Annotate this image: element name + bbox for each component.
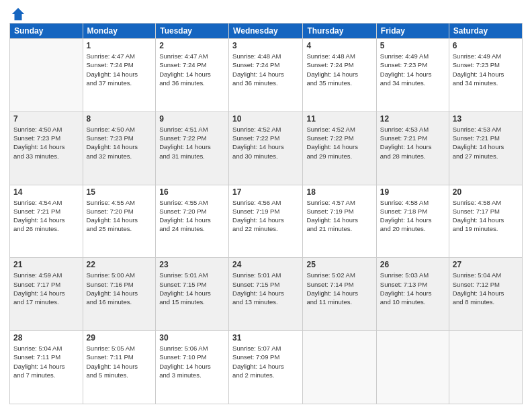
cell-info-text: Sunrise: 4:56 AM Sunset: 7:19 PM Dayligh… [232,198,299,234]
cell-info-text: Sunrise: 4:58 AM Sunset: 7:18 PM Dayligh… [380,198,445,234]
calendar-row-4: 28Sunrise: 5:04 AM Sunset: 7:11 PM Dayli… [10,331,523,404]
calendar-cell: 15Sunrise: 4:55 AM Sunset: 7:20 PM Dayli… [83,185,156,258]
cell-info-text: Sunrise: 5:07 AM Sunset: 7:09 PM Dayligh… [232,344,299,379]
calendar-cell: 30Sunrise: 5:06 AM Sunset: 7:10 PM Dayli… [156,331,229,404]
day-number: 2 [159,41,225,50]
calendar-cell: 20Sunrise: 4:58 AM Sunset: 7:17 PM Dayli… [449,185,522,258]
day-number: 20 [453,187,519,197]
calendar-cell: 4Sunrise: 4:48 AM Sunset: 7:24 PM Daylig… [303,39,376,112]
calendar-cell: 21Sunrise: 4:59 AM Sunset: 7:17 PM Dayli… [10,258,83,331]
cell-info-text: Sunrise: 4:49 AM Sunset: 7:23 PM Dayligh… [453,52,519,87]
day-number: 15 [87,187,152,197]
day-number: 14 [13,187,79,197]
calendar-cell [449,331,522,404]
cell-info-text: Sunrise: 4:54 AM Sunset: 7:21 PM Dayligh… [13,198,79,234]
day-number: 24 [232,260,299,269]
calendar-cell: 5Sunrise: 4:49 AM Sunset: 7:23 PM Daylig… [376,39,449,112]
cell-info-text: Sunrise: 5:02 AM Sunset: 7:14 PM Dayligh… [306,271,372,306]
day-number: 7 [13,114,79,124]
cell-info-text: Sunrise: 4:49 AM Sunset: 7:23 PM Dayligh… [380,52,445,87]
cell-info-text: Sunrise: 4:47 AM Sunset: 7:24 PM Dayligh… [159,52,225,87]
cell-info-text: Sunrise: 5:05 AM Sunset: 7:11 PM Dayligh… [87,344,152,379]
day-number: 27 [453,260,519,269]
day-number: 4 [306,41,372,50]
calendar-cell: 13Sunrise: 4:53 AM Sunset: 7:21 PM Dayli… [449,111,522,185]
logo [9,7,26,19]
day-number: 3 [232,41,299,50]
calendar-cell [10,39,83,112]
cell-info-text: Sunrise: 5:04 AM Sunset: 7:11 PM Dayligh… [13,344,79,379]
day-number: 28 [13,333,79,342]
cell-info-text: Sunrise: 5:04 AM Sunset: 7:12 PM Dayligh… [453,271,519,306]
svg-marker-0 [12,8,24,20]
cell-info-text: Sunrise: 5:03 AM Sunset: 7:13 PM Dayligh… [380,271,445,306]
cell-info-text: Sunrise: 5:01 AM Sunset: 7:15 PM Dayligh… [159,271,225,306]
cell-info-text: Sunrise: 4:52 AM Sunset: 7:22 PM Dayligh… [232,125,299,161]
day-number: 31 [232,333,299,342]
calendar-cell: 18Sunrise: 4:57 AM Sunset: 7:19 PM Dayli… [303,185,376,258]
day-number: 11 [306,114,372,124]
calendar-cell: 24Sunrise: 5:01 AM Sunset: 7:15 PM Dayli… [229,258,303,331]
day-number: 22 [87,260,152,269]
day-number: 6 [453,41,519,50]
cell-info-text: Sunrise: 4:58 AM Sunset: 7:17 PM Dayligh… [453,198,519,234]
day-number: 23 [159,260,225,269]
calendar-cell [376,331,449,404]
calendar-cell: 31Sunrise: 5:07 AM Sunset: 7:09 PM Dayli… [229,331,303,404]
weekday-header-row: SundayMondayTuesdayWednesdayThursdayFrid… [10,24,523,39]
cell-info-text: Sunrise: 4:55 AM Sunset: 7:20 PM Dayligh… [159,198,225,234]
page: SundayMondayTuesdayWednesdayThursdayFrid… [0,0,532,411]
day-number: 25 [306,260,372,269]
day-number: 29 [87,333,152,342]
weekday-header-tuesday: Tuesday [156,24,229,39]
cell-info-text: Sunrise: 4:47 AM Sunset: 7:24 PM Dayligh… [87,52,152,87]
header [9,7,523,19]
weekday-header-thursday: Thursday [303,24,376,39]
cell-info-text: Sunrise: 5:06 AM Sunset: 7:10 PM Dayligh… [159,344,225,379]
logo-icon [11,7,26,21]
calendar-cell: 29Sunrise: 5:05 AM Sunset: 7:11 PM Dayli… [83,331,156,404]
day-number: 17 [232,187,299,197]
cell-info-text: Sunrise: 4:57 AM Sunset: 7:19 PM Dayligh… [306,198,372,234]
weekday-header-monday: Monday [83,24,156,39]
day-number: 16 [159,187,225,197]
calendar-cell: 8Sunrise: 4:50 AM Sunset: 7:23 PM Daylig… [83,111,156,185]
cell-info-text: Sunrise: 4:50 AM Sunset: 7:23 PM Dayligh… [87,125,152,161]
cell-info-text: Sunrise: 4:50 AM Sunset: 7:23 PM Dayligh… [13,125,79,161]
calendar-cell: 22Sunrise: 5:00 AM Sunset: 7:16 PM Dayli… [83,258,156,331]
cell-info-text: Sunrise: 4:55 AM Sunset: 7:20 PM Dayligh… [87,198,152,234]
day-number: 30 [159,333,225,342]
day-number: 19 [380,187,445,197]
calendar-row-3: 21Sunrise: 4:59 AM Sunset: 7:17 PM Dayli… [10,258,523,331]
weekday-header-friday: Friday [376,24,449,39]
cell-info-text: Sunrise: 4:48 AM Sunset: 7:24 PM Dayligh… [306,52,372,87]
calendar-cell: 19Sunrise: 4:58 AM Sunset: 7:18 PM Dayli… [376,185,449,258]
day-number: 13 [453,114,519,124]
weekday-header-wednesday: Wednesday [229,24,303,39]
day-number: 12 [380,114,445,124]
cell-info-text: Sunrise: 5:01 AM Sunset: 7:15 PM Dayligh… [232,271,299,306]
calendar-cell: 25Sunrise: 5:02 AM Sunset: 7:14 PM Dayli… [303,258,376,331]
weekday-header-saturday: Saturday [449,24,522,39]
calendar-cell: 12Sunrise: 4:53 AM Sunset: 7:21 PM Dayli… [376,111,449,185]
cell-info-text: Sunrise: 4:53 AM Sunset: 7:21 PM Dayligh… [453,125,519,161]
calendar-row-2: 14Sunrise: 4:54 AM Sunset: 7:21 PM Dayli… [10,185,523,258]
weekday-header-sunday: Sunday [10,24,83,39]
calendar-cell: 16Sunrise: 4:55 AM Sunset: 7:20 PM Dayli… [156,185,229,258]
day-number: 26 [380,260,445,269]
cell-info-text: Sunrise: 4:51 AM Sunset: 7:22 PM Dayligh… [159,125,225,161]
calendar-cell: 3Sunrise: 4:48 AM Sunset: 7:24 PM Daylig… [229,39,303,112]
cell-info-text: Sunrise: 4:53 AM Sunset: 7:21 PM Dayligh… [380,125,445,161]
cell-info-text: Sunrise: 4:59 AM Sunset: 7:17 PM Dayligh… [13,271,79,306]
calendar-cell: 28Sunrise: 5:04 AM Sunset: 7:11 PM Dayli… [10,331,83,404]
calendar-table: SundayMondayTuesdayWednesdayThursdayFrid… [9,23,523,404]
calendar-cell: 10Sunrise: 4:52 AM Sunset: 7:22 PM Dayli… [229,111,303,185]
calendar-cell: 11Sunrise: 4:52 AM Sunset: 7:22 PM Dayli… [303,111,376,185]
calendar-cell: 9Sunrise: 4:51 AM Sunset: 7:22 PM Daylig… [156,111,229,185]
day-number: 21 [13,260,79,269]
calendar-row-1: 7Sunrise: 4:50 AM Sunset: 7:23 PM Daylig… [10,111,523,185]
calendar-cell [303,331,376,404]
calendar-cell: 26Sunrise: 5:03 AM Sunset: 7:13 PM Dayli… [376,258,449,331]
day-number: 8 [87,114,152,124]
calendar-cell: 17Sunrise: 4:56 AM Sunset: 7:19 PM Dayli… [229,185,303,258]
